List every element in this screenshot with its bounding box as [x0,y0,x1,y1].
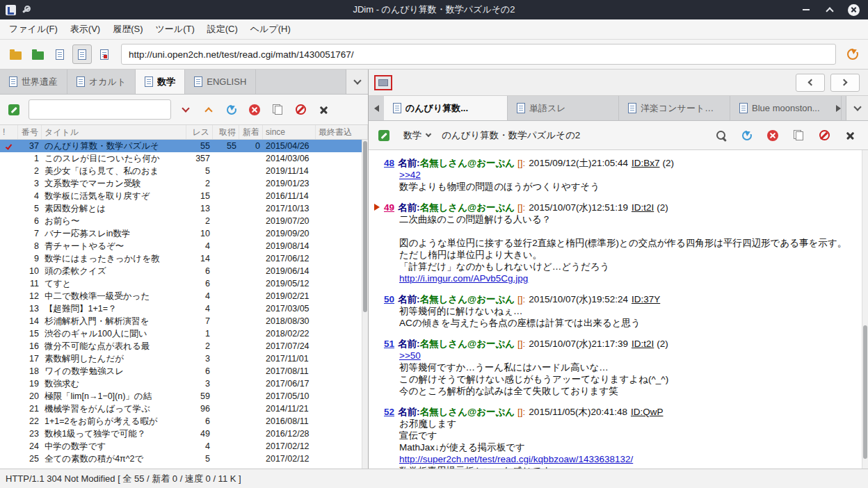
close-thread-tab-button[interactable] [842,127,858,144]
thread-tab[interactable]: のんびり算数... [384,96,508,120]
table-row[interactable]: 8青チャートやるぞ〜42019/08/14 [0,240,368,252]
ng-thread-button[interactable] [816,127,833,144]
post-number-link[interactable]: 50 [384,294,394,304]
menu-item[interactable]: 設定(C) [201,19,244,39]
post-number-link[interactable]: 49 [384,202,394,213]
anchor-link[interactable]: http://i.imgur.com/APvb5Cg.jpg [399,273,528,284]
copy-button[interactable] [269,101,286,118]
search-up-button[interactable] [200,101,217,118]
column-header[interactable]: 取得 [213,125,239,139]
post-number-link[interactable]: 51 [384,339,394,349]
column-header[interactable]: ! [0,125,18,139]
board-tab-数学[interactable]: 数学 [136,70,185,94]
table-row[interactable]: 15渋谷のギャル100人に聞い12018/02/22 [0,327,368,340]
url-input[interactable] [121,44,836,65]
table-row[interactable]: 17素数解明したんだが32017/11/01 [0,352,368,365]
copy-thread-button[interactable] [790,127,807,144]
anchor-link[interactable]: >>50 [399,350,421,361]
post-number-link[interactable]: 48 [384,158,394,168]
board-scrollbar[interactable] [362,140,368,469]
board-tab-オカルト[interactable]: オカルト [67,70,136,94]
scrollbar-thumb[interactable] [863,325,867,459]
menu-item[interactable]: ファイル(F) [3,19,64,39]
board-tab-list-button[interactable] [346,70,368,94]
table-row[interactable]: 24中学の数学です42017/02/12 [0,440,368,453]
table-row[interactable]: 19数強求む32017/06/17 [0,377,368,390]
column-header[interactable]: 最終書込 [316,125,368,139]
table-row[interactable]: 18ワイの数学勉強スレ62017/08/11 [0,365,368,377]
anchor-link[interactable]: >>42 [399,170,421,180]
table-row[interactable]: 221+1=2をお前らが考える暇が62016/08/11 [0,415,368,428]
table-row[interactable]: 3文系数学でマーカン受験22019/01/23 [0,177,368,190]
thread-tab[interactable]: 単語スレ [508,96,619,120]
table-row[interactable]: 14杉浦解析入門・解析演習を72018/08/30 [0,315,368,327]
favorites-button[interactable] [28,44,47,64]
post-id-link[interactable]: ID:t2I [632,339,654,349]
board-tab-ENGLISH[interactable]: ENGLISH [185,70,256,94]
table-row[interactable]: 13【超難問】1+1=？42017/03/05 [0,302,368,315]
column-header[interactable]: 新着 [239,125,263,139]
post-id-link[interactable]: ID:t2I [632,202,654,213]
table-row[interactable]: 4数学板に活気を取り戻すぞ152016/11/14 [0,190,368,202]
search-in-thread-button[interactable] [713,127,730,144]
post-id-link[interactable]: ID:Bx7 [632,158,660,168]
image-view-button[interactable] [95,44,114,64]
menu-item[interactable]: 履歴(S) [106,19,149,39]
menu-item[interactable]: ツール(T) [150,19,201,39]
focused-pane-icon[interactable] [374,75,392,90]
table-row[interactable]: 1このスレが目についたら何か3572014/03/06 [0,152,368,165]
table-row[interactable]: 25全ての素数の積が4π^2で52017/02/12 [0,453,368,465]
thread-tab[interactable]: 洋楽コンサートスレ [619,96,730,120]
table-row[interactable]: 9数学にはまったきっかけを教142017/06/12 [0,252,368,265]
search-input[interactable] [29,99,171,120]
tab-scroll-right-button[interactable] [830,74,860,92]
column-header[interactable]: レス [186,125,213,139]
post-number-link[interactable]: 52 [384,407,394,417]
column-header[interactable]: タイトル [42,125,186,139]
tabbar-back-button[interactable] [369,96,384,120]
close-tab-button[interactable] [315,101,332,118]
write-button[interactable] [6,101,22,118]
maximize-button[interactable] [823,3,836,16]
table-row[interactable]: 12中二で数検準一級受かった42019/02/21 [0,290,368,302]
menu-item[interactable]: 表示(V) [64,19,106,39]
anchor-link[interactable]: http://super2ch.net/test/read.cgi/kqbbzo… [399,454,633,464]
table-row[interactable]: 21機械学習をがんばって学ぶ962014/11/21 [0,402,368,415]
table-row[interactable]: 37のんびり算数・数学パズルそ555502015/04/26 [0,140,368,152]
open-url-button[interactable] [843,44,862,64]
table-row[interactable]: 7バナー応募スレin数学102019/09/20 [0,227,368,240]
thread-view-button[interactable] [72,44,92,64]
board-list-button[interactable] [6,44,25,64]
stop-thread-button[interactable] [764,127,781,144]
table-row[interactable]: 23数検1級って独学で可能？492016/12/28 [0,428,368,440]
post-id-link[interactable]: ID:QwP [631,407,664,417]
close-window-button[interactable] [847,3,860,16]
table-row[interactable]: 10頭の柔軟クイズ62019/06/14 [0,265,368,277]
scrollbar-thumb[interactable] [363,141,367,312]
tab-scroll-left-button[interactable] [796,74,825,92]
minimize-button[interactable] [800,3,812,16]
reload-list-button[interactable] [223,101,240,118]
thread-tab-list-button[interactable] [846,96,868,120]
column-header[interactable]: 番号 [18,125,42,139]
stop-button[interactable] [246,101,263,118]
table-row[interactable]: 20極限「lim[n→1−0](n)」の結592017/05/10 [0,390,368,402]
board-select-dropdown[interactable]: 数学 [399,126,435,145]
write-post-button[interactable] [376,127,392,144]
thread-scrollbar[interactable] [862,150,868,469]
menu-item[interactable]: ヘルプ(H) [244,19,297,39]
board-tab-世界遺産[interactable]: 世界遺産 [0,70,67,94]
table-row[interactable]: 5素因数分解とは132017/10/13 [0,202,368,215]
table-row[interactable]: 16微分不可能な点が表れる最22017/07/24 [0,340,368,352]
thread-tab[interactable]: Blue moonston... [730,96,842,120]
thread-list-view-button[interactable] [50,44,70,64]
table-row[interactable]: 2美少女「ほら見て、私のおま52019/11/14 [0,165,368,177]
reload-thread-button[interactable] [739,127,755,144]
ng-button[interactable] [292,101,309,118]
table-row[interactable]: 11てすと62019/05/12 [0,277,368,290]
post-id-link[interactable]: ID:37Y [632,294,660,304]
column-header[interactable]: since [263,125,316,139]
table-row[interactable]: 6お前ら〜22019/07/20 [0,215,368,227]
tabbar-forward-button[interactable] [830,96,846,120]
search-down-button[interactable] [177,101,194,118]
